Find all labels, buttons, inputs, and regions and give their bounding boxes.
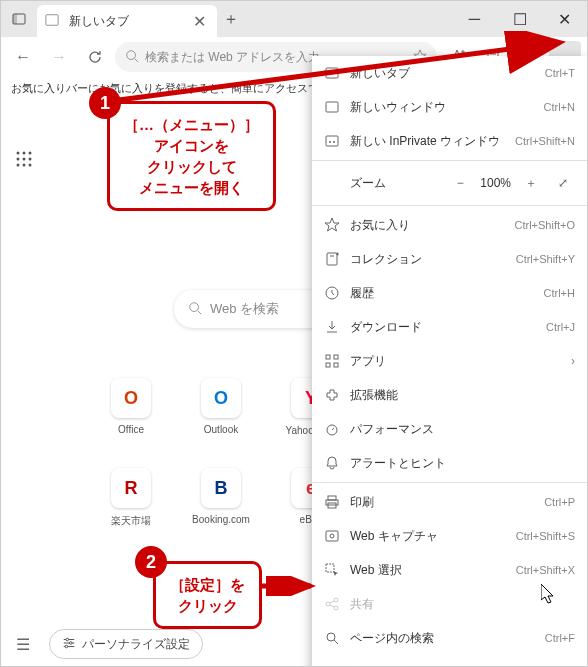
menu-item[interactable]: 拡張機能 [312,378,587,412]
svg-rect-44 [328,496,336,500]
quick-link-tile[interactable]: OOutlook [191,378,251,438]
menu-item-label: ページ内の検索 [350,630,535,647]
menu-item-label: コレクション [350,251,506,268]
menu-item[interactable]: アラートとヒント [312,446,587,480]
download-icon [324,319,340,335]
tab-actions-icon[interactable] [1,11,37,27]
svg-line-54 [330,605,334,607]
annotation-callout-2: ［設定］を クリック [153,561,262,629]
tile-label: Outlook [204,424,238,435]
new-tab-button[interactable]: ＋ [217,9,245,30]
svg-point-52 [334,606,338,610]
menu-shortcut: Ctrl+Shift+S [516,530,575,542]
menu-shortcut: Ctrl+J [546,321,575,333]
menu-item-label: 音声で読み上げる [350,664,505,668]
svg-rect-42 [334,363,338,367]
svg-rect-30 [326,102,338,112]
svg-point-15 [23,158,26,161]
svg-point-50 [326,602,330,606]
menu-item-label: パフォーマンス [350,421,575,438]
annotation-callout-1: ［…（メニュー）］ アイコンを クリックして メニューを開く [107,101,276,211]
menu-item[interactable]: ダウンロードCtrl+J [312,310,587,344]
search-placeholder: Web を検索 [210,300,279,318]
personalize-button[interactable]: パーソナライズ設定 [49,629,203,659]
svg-point-33 [333,141,335,143]
quick-link-tile[interactable]: OOffice [101,378,161,438]
menu-item[interactable]: 新しい InPrivate ウィンドウCtrl+Shift+N [312,124,587,158]
search-icon [125,49,139,66]
menu-item[interactable]: 新しいタブCtrl+T [312,56,587,90]
zoom-out-button[interactable]: − [448,176,472,190]
fullscreen-button[interactable]: ⤢ [551,176,575,190]
apps-icon [324,353,340,369]
close-window-button[interactable]: ✕ [542,1,587,37]
svg-rect-2 [46,15,58,26]
svg-point-17 [17,164,20,167]
bell-icon [324,455,340,471]
menu-item-label: アプリ [350,353,561,370]
settings-menu: 新しいタブCtrl+T新しいウィンドウCtrl+N新しい InPrivate ウ… [312,56,587,667]
quick-link-tile[interactable]: R楽天市場 [101,468,161,528]
menu-item[interactable]: アプリ› [312,344,587,378]
waffle-icon[interactable] [15,150,33,172]
tile-icon: R [111,468,151,508]
menu-shortcut: Ctrl+Shift+O [514,219,575,231]
zoom-in-button[interactable]: ＋ [519,175,543,192]
menu-item-label: 履歴 [350,285,534,302]
back-button[interactable]: ← [7,41,39,73]
svg-point-48 [330,534,334,538]
svg-rect-47 [326,531,338,541]
svg-point-19 [29,164,32,167]
menu-item-label: お気に入り [350,217,504,234]
close-icon[interactable]: ✕ [193,12,209,31]
menu-item[interactable]: パフォーマンス [312,412,587,446]
menu-item[interactable]: 新しいウィンドウCtrl+N [312,90,587,124]
window-controls: ─ ☐ ✕ [452,1,587,37]
menu-item-label: 新しいタブ [350,65,535,82]
svg-rect-41 [326,363,330,367]
perf-icon [324,421,340,437]
menu-shortcut: Ctrl+P [544,496,575,508]
menu-item[interactable]: 印刷Ctrl+P [312,485,587,519]
annotation-badge-2: 2 [135,546,167,578]
minimize-button[interactable]: ─ [452,1,497,37]
svg-point-25 [69,641,72,644]
tile-icon: B [201,468,241,508]
tile-label: Office [118,424,144,435]
svg-rect-40 [334,355,338,359]
browser-tab[interactable]: 新しいタブ ✕ [37,5,217,37]
quick-link-tile[interactable]: BBooking.com [191,468,251,528]
svg-rect-39 [326,355,330,359]
svg-point-32 [329,141,331,143]
select-icon [324,562,340,578]
tab-title: 新しいタブ [69,13,193,30]
hamburger-icon[interactable]: ☰ [7,628,39,660]
svg-rect-28 [326,68,338,78]
tile-label: Booking.com [192,514,250,525]
menu-shortcut: Ctrl+Shift+Y [516,253,575,265]
menu-item[interactable]: コレクションCtrl+Shift+Y [312,242,587,276]
menu-item[interactable]: Web キャプチャCtrl+Shift+S [312,519,587,553]
favicon-icon [45,13,61,29]
svg-line-56 [334,640,338,644]
menu-item[interactable]: Web 選択Ctrl+Shift+X [312,553,587,587]
maximize-button[interactable]: ☐ [497,1,542,37]
menu-shortcut: Ctrl+Shift+N [515,135,575,147]
svg-line-21 [198,310,202,314]
svg-point-12 [23,152,26,155]
menu-item[interactable]: 履歴Ctrl+H [312,276,587,310]
inprivate-icon [324,133,340,149]
history-icon [324,285,340,301]
menu-item-label: ダウンロード [350,319,536,336]
menu-item[interactable]: お気に入りCtrl+Shift+O [312,208,587,242]
annotation-badge-1: 1 [89,87,121,119]
menu-item[interactable]: ページ内の検索Ctrl+F [312,621,587,655]
svg-line-53 [330,601,334,603]
forward-button[interactable]: → [43,41,75,73]
menu-item-label: 新しいウィンドウ [350,99,534,116]
svg-point-20 [190,302,199,311]
share-icon [324,596,340,612]
refresh-button[interactable] [79,41,111,73]
menu-item-label: アラートとヒント [350,455,575,472]
svg-point-3 [127,50,136,59]
